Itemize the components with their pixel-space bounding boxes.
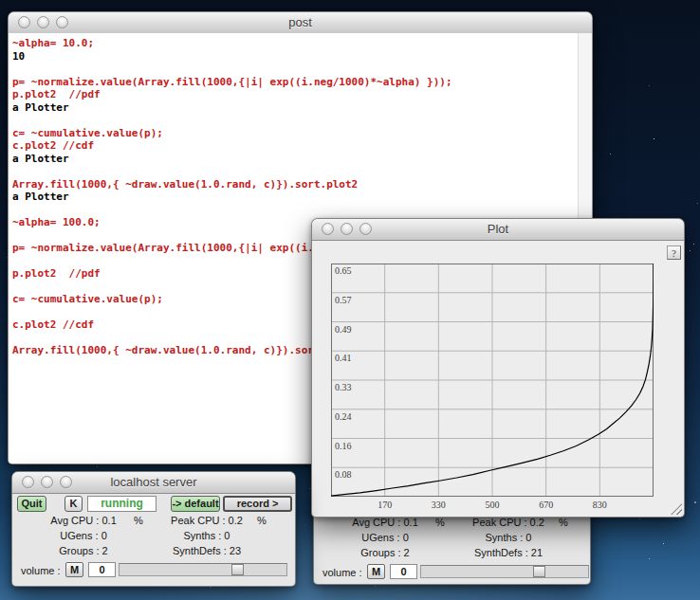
plot-window-title: Plot	[312, 222, 684, 236]
star	[690, 250, 691, 251]
synths-value: Synths : 0	[136, 530, 278, 541]
x-tick-label: 830	[580, 500, 618, 510]
post-line	[12, 63, 592, 76]
kill-button[interactable]: K	[64, 496, 83, 512]
volume-value-field[interactable]: 0	[390, 564, 417, 579]
post-window-title: post	[9, 15, 592, 29]
x-tick-label: 330	[419, 500, 457, 510]
x-tick-label: 500	[473, 500, 511, 510]
star	[693, 244, 694, 245]
plot-area: 0.650.570.490.410.330.240.160.08 1703305…	[331, 264, 654, 497]
record-button[interactable]: record >	[223, 496, 292, 512]
server-stats-row: Avg CPU : 0.1 % Peak CPU : 0.2 %	[12, 515, 295, 530]
volume-row: volume : M 0	[314, 564, 590, 581]
post-line: a Plotter	[12, 153, 592, 166]
post-line: Array.fill(1000,{ ~draw.value(1.0.rand, …	[12, 178, 592, 191]
post-line: a Plotter	[12, 191, 592, 204]
server-status: running	[87, 496, 157, 512]
star	[610, 154, 611, 155]
synthdefs-value: SynthDefs : 21	[437, 547, 580, 558]
make-default-button[interactable]: -> default	[171, 496, 220, 512]
synthdefs-value: SynthDefs : 23	[136, 545, 278, 556]
synths-value: Synths : 0	[437, 532, 580, 543]
star	[649, 85, 650, 86]
post-line	[12, 204, 592, 217]
y-tick-label: 0.08	[335, 469, 352, 480]
plot-titlebar[interactable]: Plot	[312, 219, 684, 241]
volume-label: volume :	[322, 567, 362, 578]
y-tick-label: 0.24	[335, 411, 352, 422]
volume-row: volume : M 0	[12, 562, 295, 579]
groups-value: Groups : 2	[12, 545, 155, 556]
resize-grip[interactable]	[671, 503, 682, 515]
star	[97, 466, 98, 467]
post-line: c= ~cumulative.value(p);	[12, 127, 592, 140]
ugens-value: UGens : 0	[12, 530, 155, 541]
post-line: a Plotter	[12, 101, 592, 115]
x-tick-label: 170	[366, 500, 404, 510]
percent-label: %	[559, 517, 568, 528]
server-stats-row: UGens : 0 Synths : 0	[12, 530, 295, 545]
post-titlebar[interactable]: post	[9, 12, 592, 34]
ugens-value: UGens : 0	[314, 532, 456, 543]
server-window-localhost: localhost server Quit K running -> defau…	[11, 471, 296, 587]
star	[649, 558, 650, 559]
server-stats-row: Groups : 2 SynthDefs : 21	[314, 547, 590, 562]
star	[304, 525, 305, 526]
volume-label: volume :	[21, 565, 61, 576]
post-line	[12, 114, 592, 127]
post-line: ~alpha= 10.0;	[12, 37, 592, 50]
volume-slider-handle[interactable]	[533, 566, 545, 577]
server-window-title: localhost server	[12, 475, 295, 489]
volume-slider-handle[interactable]	[231, 564, 244, 575]
y-tick-label: 0.16	[335, 441, 352, 451]
quit-button[interactable]: Quit	[17, 496, 46, 512]
server-stats: Avg CPU : 0.1 % Peak CPU : 0.2 % UGens :…	[12, 515, 295, 560]
star	[654, 138, 654, 139]
y-tick-label: 0.33	[335, 382, 352, 392]
plot-canvas	[331, 264, 654, 497]
post-line	[12, 165, 592, 178]
desktop: post ~alpha= 10.0;10 p= ~normalize.value…	[0, 0, 700, 600]
mute-button[interactable]: M	[65, 562, 83, 577]
star	[697, 203, 698, 204]
star	[663, 543, 664, 544]
server-stats: Avg CPU : 0.1 % Peak CPU : 0.2 % UGens :…	[314, 517, 590, 562]
groups-value: Groups : 2	[314, 547, 456, 558]
y-tick-label: 0.41	[335, 353, 352, 363]
mute-button[interactable]: M	[367, 564, 385, 579]
y-tick-label: 0.57	[335, 295, 352, 305]
post-line: 10	[12, 50, 592, 64]
post-line: p.plot2 //pdf	[12, 88, 592, 101]
star	[639, 518, 640, 519]
volume-value-field[interactable]: 0	[88, 562, 116, 577]
percent-label: %	[257, 515, 267, 526]
server-stats-row: Avg CPU : 0.1 % Peak CPU : 0.2 %	[314, 517, 590, 532]
star	[309, 488, 310, 489]
server-stats-row: UGens : 0 Synths : 0	[314, 532, 590, 547]
volume-slider[interactable]	[420, 565, 589, 578]
star	[694, 501, 696, 503]
server-stats-row: Groups : 2 SynthDefs : 23	[12, 545, 295, 560]
star	[375, 586, 376, 587]
post-line: p= ~normalize.value(Array.fill(1000,{|i|…	[12, 76, 592, 89]
server-titlebar[interactable]: localhost server	[12, 472, 295, 494]
y-tick-label: 0.49	[335, 324, 352, 335]
x-tick-label: 670	[527, 500, 565, 510]
help-button[interactable]: ?	[667, 245, 681, 260]
plot-window: Plot ? 0.650.570.490.410.330.240.160.08 …	[311, 218, 685, 518]
star	[6, 257, 7, 258]
volume-slider[interactable]	[119, 563, 287, 576]
y-tick-label: 0.65	[335, 265, 352, 276]
post-line: c.plot2 //cdf	[12, 139, 592, 153]
